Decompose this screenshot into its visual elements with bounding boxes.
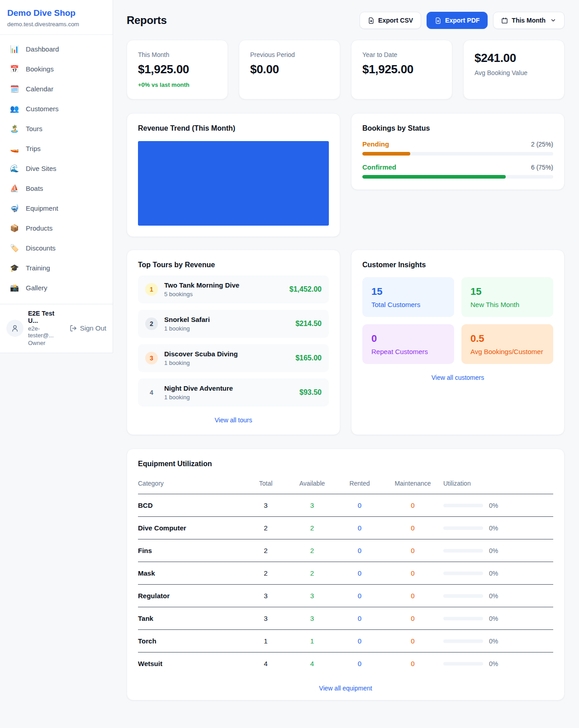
sidebar-item-trips[interactable]: 🚤 Trips — [4, 141, 109, 156]
view-all-equipment-link[interactable]: View all equipment — [138, 685, 553, 692]
export-pdf-button[interactable]: Export PDF — [427, 12, 488, 29]
tour-bookings: 1 booking — [164, 394, 233, 401]
insight-value: 15 — [371, 286, 445, 298]
user-info: E2E Test U... e2e-tester@... Owner — [28, 310, 65, 346]
sidebar-item-pos[interactable]: 💳 POS — [4, 300, 109, 304]
cell-maintenance: 0 — [382, 630, 443, 652]
cell-total: 4 — [244, 652, 287, 675]
sidebar-item-label: Bookings — [26, 65, 54, 73]
sidebar-item-label: Dive Sites — [26, 165, 57, 172]
tour-name: Discover Scuba Diving — [164, 350, 238, 358]
export-csv-button[interactable]: Export CSV — [360, 12, 421, 29]
tag-icon: 🏷️ — [10, 245, 19, 252]
equipment-utilization-card: Equipment Utilization Category Total Ava… — [127, 449, 565, 700]
cell-rented: 0 — [337, 494, 382, 517]
sidebar-item-gallery[interactable]: 📸 Gallery — [4, 280, 109, 296]
tour-name: Snorkel Safari — [164, 316, 210, 323]
sign-out-label: Sign Out — [80, 324, 106, 332]
cell-total: 3 — [244, 607, 287, 630]
header-actions: Export CSV Export PDF This Month — [360, 12, 565, 29]
cell-total: 3 — [244, 494, 287, 517]
tour-bookings: 1 booking — [164, 359, 238, 366]
table-row: Mask 2 2 0 0 0% — [138, 562, 553, 585]
sidebar-item-label: Dashboard — [26, 45, 59, 53]
sidebar-item-equipment[interactable]: 🤿 Equipment — [4, 200, 109, 216]
sidebar-item-label: Equipment — [26, 204, 58, 212]
sidebar-item-label: Discounts — [26, 244, 56, 252]
sidebar-item-tours[interactable]: 🏝️ Tours — [4, 121, 109, 137]
chevron-down-icon — [550, 17, 556, 24]
insight-value: 15 — [470, 286, 544, 298]
bookings-by-status-title: Bookings by Status — [362, 124, 553, 132]
table-row: Torch 1 1 0 0 0% — [138, 630, 553, 652]
view-all-customers-link[interactable]: View all customers — [362, 374, 553, 381]
sign-out-button[interactable]: Sign Out — [70, 324, 106, 332]
sidebar-item-products[interactable]: 📦 Products — [4, 220, 109, 236]
sidebar-item-dive-sites[interactable]: 🌊 Dive Sites — [4, 161, 109, 176]
sidebar-item-training[interactable]: 🎓 Training — [4, 260, 109, 276]
stat-card-previous-period: Previous Period $0.00 — [239, 40, 340, 99]
insights-grid: 15 Total Customers 15 New This Month 0 R… — [362, 277, 553, 364]
island-icon: 🏝️ — [10, 125, 19, 132]
user-role: Owner — [28, 340, 65, 346]
column-header-available: Available — [287, 474, 337, 494]
view-all-tours-link[interactable]: View all tours — [138, 416, 329, 424]
tour-row: 1 Two Tank Morning Dive 5 bookings $1,45… — [138, 275, 329, 303]
table-row: BCD 3 3 0 0 0% — [138, 494, 553, 517]
insight-label: Total Customers — [371, 301, 445, 308]
logout-icon — [70, 325, 77, 332]
cell-available: 3 — [287, 607, 337, 630]
stat-cards-row: This Month $1,925.00 +0% vs last month P… — [127, 40, 565, 99]
cell-total: 1 — [244, 630, 287, 652]
utilization-track — [443, 662, 483, 666]
column-header-utilization: Utilization — [443, 474, 553, 494]
user-section: E2E Test U... e2e-tester@... Owner Sign … — [0, 304, 113, 353]
stat-card-this-month: This Month $1,925.00 +0% vs last month — [127, 40, 228, 99]
utilization-track — [443, 572, 483, 575]
stat-value: $1,925.00 — [362, 62, 441, 76]
table-row: Wetsuit 4 4 0 0 0% — [138, 652, 553, 675]
sidebar-item-bookings[interactable]: 📅 Bookings — [4, 61, 109, 77]
tour-row: 2 Snorkel Safari 1 booking $214.50 — [138, 310, 329, 338]
status-progress-fill — [362, 175, 506, 179]
sidebar-item-discounts[interactable]: 🏷️ Discounts — [4, 240, 109, 256]
cell-category: Mask — [138, 562, 244, 585]
cell-utilization: 0% — [443, 517, 553, 539]
sidebar-item-customers[interactable]: 👥 Customers — [4, 101, 109, 117]
tour-name: Night Dive Adventure — [164, 384, 233, 392]
utilization-percent: 0% — [489, 525, 498, 532]
sidebar-item-dashboard[interactable]: 📊 Dashboard — [4, 41, 109, 57]
table-row: Regulator 3 3 0 0 0% — [138, 585, 553, 607]
cell-category: Wetsuit — [138, 652, 244, 675]
revenue-trend-title: Revenue Trend (This Month) — [138, 124, 329, 132]
tour-info: Night Dive Adventure 1 booking — [164, 384, 233, 401]
utilization-percent: 0% — [489, 660, 498, 667]
sidebar-item-label: Trips — [26, 145, 41, 152]
status-progress-track — [362, 175, 553, 179]
sidebar-item-label: Tours — [26, 125, 43, 132]
stat-value: $0.00 — [250, 62, 329, 76]
status-row-pending: Pending 2 (25%) — [362, 140, 553, 156]
utilization-track — [443, 639, 483, 643]
table-header-row: Category Total Available Rented Maintena… — [138, 474, 553, 494]
status-label: Confirmed — [362, 163, 396, 171]
tour-revenue: $165.00 — [295, 354, 322, 362]
wave-icon: 🌊 — [10, 165, 19, 172]
tour-revenue: $1,452.00 — [290, 285, 322, 293]
sidebar: Demo Dive Shop demo.test.divestreams.com… — [0, 0, 113, 353]
period-dropdown[interactable]: This Month — [493, 12, 565, 29]
tour-info: Snorkel Safari 1 booking — [164, 316, 210, 332]
cell-maintenance: 0 — [382, 607, 443, 630]
cell-maintenance: 0 — [382, 562, 443, 585]
column-header-maintenance: Maintenance — [382, 474, 443, 494]
cell-available: 1 — [287, 630, 337, 652]
insight-label: New This Month — [470, 301, 544, 308]
stat-card-year-to-date: Year to Date $1,925.00 — [351, 40, 452, 99]
sidebar-item-boats[interactable]: ⛵ Boats — [4, 180, 109, 196]
table-row: Dive Computer 2 2 0 0 0% — [138, 517, 553, 539]
cell-utilization: 0% — [443, 652, 553, 675]
sidebar-item-calendar[interactable]: 🗓️ Calendar — [4, 81, 109, 97]
diving-mask-icon: 🤿 — [10, 205, 19, 212]
insight-tile-avg-bookings: 0.5 Avg Bookings/Customer — [461, 324, 553, 364]
charts-row: Revenue Trend (This Month) Bookings by S… — [127, 113, 565, 237]
